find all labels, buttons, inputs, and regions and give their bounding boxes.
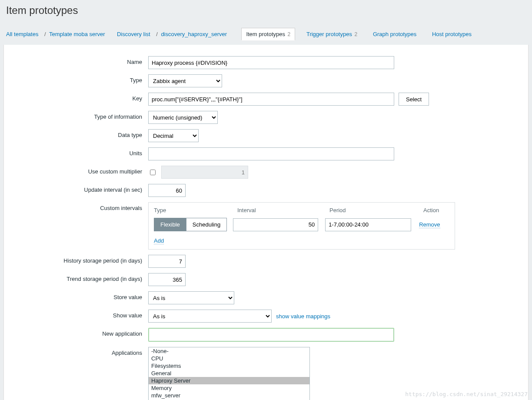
- history-storage-input[interactable]: [148, 255, 186, 268]
- label-store-value: Store value: [13, 291, 148, 300]
- multiplier-input: [161, 166, 248, 179]
- breadcrumb-sep: /: [156, 31, 158, 37]
- breadcrumb-discovery-list[interactable]: Discovery list: [117, 31, 150, 37]
- form-area: Name Type Zabbix agent Key Select Type o…: [3, 45, 529, 400]
- tab-count: 2: [288, 31, 291, 37]
- flexible-button[interactable]: Flexible: [154, 218, 186, 231]
- application-option[interactable]: -None-: [149, 347, 309, 355]
- ci-head-action: Action: [423, 207, 449, 213]
- breadcrumb-tabs: All templates / Template moba server Dis…: [0, 23, 532, 45]
- scheduling-button[interactable]: Scheduling: [186, 218, 227, 231]
- tab-count: 2: [355, 31, 358, 37]
- label-use-custom-multiplier: Use custom multiplier: [13, 166, 148, 175]
- show-value-select[interactable]: As is: [148, 310, 272, 323]
- tab-label: Item prototypes: [246, 31, 285, 37]
- breadcrumb-template-name[interactable]: Template moba server: [49, 31, 105, 37]
- label-units: Units: [13, 147, 148, 157]
- data-type-select[interactable]: Decimal: [148, 129, 199, 142]
- application-option[interactable]: Memory: [149, 384, 309, 392]
- label-type: Type: [13, 74, 148, 83]
- ci-head-type: Type: [154, 207, 237, 213]
- trend-storage-input[interactable]: [148, 273, 186, 286]
- select-button[interactable]: Select: [399, 93, 429, 106]
- label-custom-intervals: Custom intervals: [13, 202, 148, 211]
- show-value-mappings-link[interactable]: show value mappings: [276, 313, 330, 320]
- application-option[interactable]: mfw_server: [149, 392, 309, 399]
- breadcrumb-discovery-name[interactable]: discovery_haproxy_server: [161, 31, 227, 37]
- label-new-application: New application: [13, 328, 148, 337]
- application-option[interactable]: CPU: [149, 355, 309, 362]
- label-show-value: Show value: [13, 310, 148, 319]
- label-type-of-information: Type of information: [13, 111, 148, 120]
- application-option[interactable]: Haproxy Server: [149, 377, 309, 384]
- applications-list[interactable]: -None-CPUFilesystemsGeneralHaproxy Serve…: [148, 347, 310, 400]
- new-application-input[interactable]: [148, 328, 394, 342]
- ci-head-interval: Interval: [237, 207, 329, 213]
- store-value-select[interactable]: As is: [148, 291, 234, 304]
- page-title: Item prototypes: [0, 0, 532, 23]
- tab-graph-prototypes[interactable]: Graph prototypes: [369, 28, 421, 40]
- key-input[interactable]: [148, 93, 394, 106]
- remove-link[interactable]: Remove: [419, 221, 440, 228]
- tab-host-prototypes[interactable]: Host prototypes: [428, 28, 476, 40]
- label-update-interval: Update interval (in sec): [13, 184, 148, 193]
- custom-interval-row: Flexible Scheduling Remove: [154, 218, 449, 231]
- label-history-storage: History storage period (in days): [13, 255, 148, 264]
- add-link[interactable]: Add: [154, 237, 164, 244]
- application-option[interactable]: Filesystems: [149, 362, 309, 370]
- label-trend-storage: Trend storage period (in days): [13, 273, 148, 282]
- application-option[interactable]: General: [149, 370, 309, 377]
- name-input[interactable]: [148, 56, 394, 69]
- interval-input[interactable]: [233, 218, 318, 231]
- units-input[interactable]: [148, 147, 394, 160]
- tab-item-prototypes[interactable]: Item prototypes 2: [241, 28, 295, 40]
- tab-trigger-prototypes[interactable]: Trigger prototypes 2: [302, 28, 362, 40]
- period-input[interactable]: [325, 218, 411, 231]
- label-name: Name: [13, 56, 148, 65]
- label-applications: Applications: [13, 347, 148, 356]
- ci-head-period: Period: [329, 207, 423, 213]
- label-key: Key: [13, 93, 148, 102]
- type-of-information-select[interactable]: Numeric (unsigned): [148, 111, 218, 124]
- label-data-type: Data type: [13, 129, 148, 138]
- custom-intervals-box: Type Interval Period Action Flexible Sch…: [148, 202, 455, 250]
- breadcrumb-sep: /: [44, 31, 46, 37]
- use-custom-multiplier-checkbox[interactable]: [150, 170, 156, 175]
- interval-type-segment: Flexible Scheduling: [154, 218, 227, 231]
- type-select[interactable]: Zabbix agent: [148, 74, 222, 87]
- tab-label: Trigger prototypes: [306, 31, 352, 37]
- breadcrumb-all-templates[interactable]: All templates: [6, 31, 38, 37]
- update-interval-input[interactable]: [148, 184, 186, 197]
